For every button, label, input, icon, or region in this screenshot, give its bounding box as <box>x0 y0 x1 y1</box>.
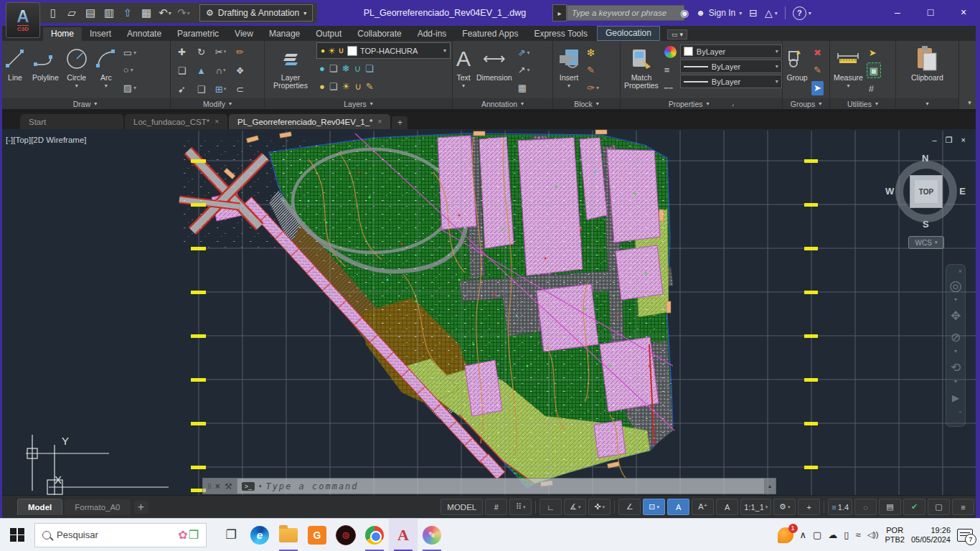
taskbar-security-app[interactable]: ⊚ <box>331 519 360 551</box>
plot-icon[interactable]: ▦ <box>138 4 155 22</box>
maximize-button[interactable]: □ <box>914 0 947 24</box>
close-button[interactable]: × <box>947 0 980 24</box>
ribbon-display-toggle[interactable]: ▭ ▾ <box>667 29 687 39</box>
caret-down-icon[interactable]: ▾ <box>954 296 957 305</box>
trim-tool[interactable]: ✂▾ <box>211 44 230 60</box>
annotation-visibility-toggle[interactable]: A <box>667 499 689 515</box>
hatch-tool[interactable]: ▨▾ <box>121 81 138 95</box>
new-file-icon[interactable]: ▯ <box>44 4 62 22</box>
taskbar-file-explorer[interactable] <box>274 519 303 551</box>
help-icon[interactable]: ?▾ <box>793 6 811 20</box>
group-selection-toggle[interactable]: ➤ <box>811 81 824 95</box>
ortho-mode-toggle[interactable]: ∟ <box>540 499 562 515</box>
group-edit-tool[interactable]: ✎ <box>811 63 824 77</box>
erase-tool[interactable]: ✏ <box>230 44 250 60</box>
new-drawing-tab-button[interactable]: + <box>392 116 407 129</box>
layer-freeze-icon[interactable]: ❄ <box>342 63 350 74</box>
viewcube-east[interactable]: E <box>959 186 966 197</box>
panel-launcher-icon[interactable]: ⌟ <box>732 100 735 107</box>
layer-lock-icon[interactable]: ∪ <box>354 63 361 74</box>
speaker-icon[interactable]: ◁)) <box>867 530 879 540</box>
navbar-close-icon[interactable]: × <box>958 268 962 275</box>
tab-featured-apps[interactable]: Featured Apps <box>454 27 526 41</box>
drawing-canvas[interactable]: Y X <box>0 129 980 495</box>
panel-label-clipboard[interactable]: ▾ <box>896 98 958 109</box>
quick-calculator-tool[interactable]: # <box>867 81 881 95</box>
annotation-scale-icon[interactable]: A <box>716 499 738 515</box>
viewport-controls-label[interactable]: [-][Top][2D Wireframe] <box>6 136 86 144</box>
command-input[interactable]: >_ ▾ Type a command <box>237 479 764 494</box>
edit-block-tool[interactable]: ✎ <box>585 63 601 77</box>
undo-icon[interactable]: ↶▾ <box>156 4 174 22</box>
dimension-button[interactable]: ⟷ Dimension <box>474 42 514 98</box>
model-paper-toggle[interactable]: MODEL <box>440 499 483 515</box>
edit-attributes-tool[interactable]: ✑▾ <box>585 81 601 95</box>
tab-manage[interactable]: Manage <box>261 27 308 41</box>
file-tab-start[interactable]: Start <box>20 114 123 129</box>
layout-tab-model[interactable]: Model <box>17 499 62 515</box>
wifi-icon[interactable]: ≈ <box>855 529 860 540</box>
tab-annotate[interactable]: Annotate <box>119 27 169 41</box>
command-close-icon[interactable]: × <box>215 481 220 491</box>
onedrive-cloud-icon[interactable]: ☁ <box>828 529 837 540</box>
panel-label-utilities[interactable]: Utilities▾ <box>830 98 895 109</box>
line-button[interactable]: Line <box>1 42 29 98</box>
scale-tool[interactable]: ❑ <box>192 81 211 98</box>
taskbar-paint[interactable]: ✎ <box>418 519 446 551</box>
redo-icon[interactable]: ↷▾ <box>175 4 192 22</box>
taskbar-pdf-app[interactable]: G <box>303 519 331 551</box>
arc-button[interactable]: Arc ▾ <box>93 42 120 98</box>
search-go-icon[interactable]: ▸ <box>552 4 567 22</box>
stretch-tool[interactable]: ➹ <box>172 81 192 98</box>
grid-display-toggle[interactable]: # <box>485 499 507 515</box>
measure-button[interactable]: Measure ▾ <box>831 42 865 98</box>
layer-isolate-icon[interactable]: ❏ <box>329 63 338 74</box>
open-folder-icon[interactable]: ▱ <box>63 4 80 22</box>
save-to-web-icon[interactable]: ⇧ <box>119 4 136 22</box>
ungroup-tool[interactable]: ✖ <box>811 45 824 60</box>
panel-label-layers[interactable]: Layers▾ <box>265 98 452 109</box>
command-drag-handle[interactable]: ⣿ <box>207 483 211 489</box>
fillet-tool[interactable]: ∩▾ <box>211 62 230 79</box>
annotation-autoscale-toggle[interactable]: A⁺ <box>692 499 714 515</box>
color-wheel-icon[interactable] <box>662 45 679 60</box>
tab-output[interactable]: Output <box>308 27 349 41</box>
object-color-dropdown[interactable]: ByLayer ▾ <box>680 44 782 58</box>
viewcube-north[interactable]: N <box>922 153 928 164</box>
copy-tool[interactable]: ❏ <box>172 62 192 79</box>
meet-now-icon[interactable]: ▢ <box>813 529 821 540</box>
insert-button[interactable]: Insert ▾ <box>555 42 583 98</box>
clean-screen-toggle[interactable]: ▢ <box>928 499 950 515</box>
close-tab-icon[interactable]: × <box>378 118 382 126</box>
taskbar-edge[interactable]: e <box>245 519 274 551</box>
tab-geolocation[interactable]: Geolocation <box>597 26 660 41</box>
tab-home[interactable]: Home <box>43 27 82 41</box>
file-tab-georreferenciado[interactable]: PL_Georreferenciado_Rev04EV_1_*× <box>229 114 390 129</box>
lineweight-icon[interactable]: ≡ <box>662 63 679 77</box>
notification-center-button[interactable]: 7 <box>957 529 973 542</box>
zoom-icon[interactable]: ⊘ <box>951 326 961 348</box>
start-button[interactable] <box>0 519 34 551</box>
mirror-tool[interactable]: ▲ <box>192 62 211 79</box>
help-search-input[interactable] <box>567 5 684 21</box>
leader-tool[interactable]: ↗▾ <box>516 63 532 77</box>
wcs-dropdown[interactable]: WCS ▾ <box>908 236 944 249</box>
pan-icon[interactable]: ✥ <box>951 305 961 326</box>
caret-down-icon[interactable]: ▾ <box>954 348 957 357</box>
layout-tab-formato-a0[interactable]: Formato_A0 <box>65 499 130 515</box>
layer-dropdown[interactable]: ● ☀ ∪ TOP-HACHURA ▾ <box>316 42 451 59</box>
move-tool[interactable]: ✚ <box>172 44 192 60</box>
task-view-button[interactable]: ❐ <box>217 519 245 551</box>
table-tool[interactable]: ▦ <box>516 81 532 95</box>
taskbar-search-box[interactable]: Pesquisar ✿❒ <box>34 523 207 547</box>
circle-button[interactable]: Circle ▾ <box>62 42 91 98</box>
layer-turn-on-icon[interactable]: ● <box>319 81 325 92</box>
tab-view[interactable]: View <box>227 27 261 41</box>
layer-unisolate-icon[interactable]: ❏ <box>329 81 338 92</box>
rotate-tool[interactable]: ↻ <box>192 44 211 60</box>
viewport-restore-icon[interactable]: ❐ <box>946 136 953 145</box>
new-layout-button[interactable]: + <box>134 501 149 514</box>
tab-collaborate[interactable]: Collaborate <box>349 27 409 41</box>
quick-select-tool[interactable]: ➤ <box>867 45 881 60</box>
object-snap-tracking-toggle[interactable]: ✜▾ <box>588 499 611 515</box>
